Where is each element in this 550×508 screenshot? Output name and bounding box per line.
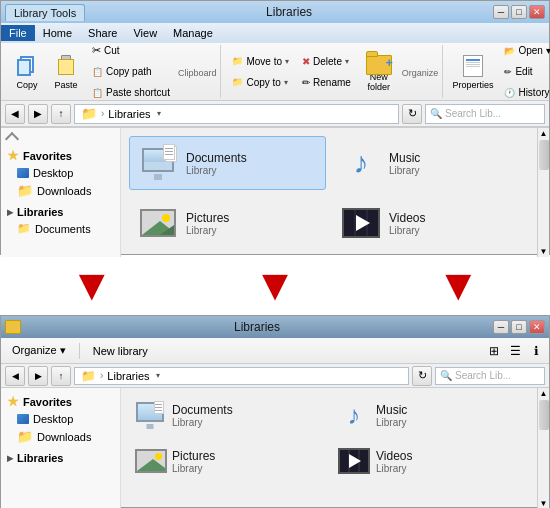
history-icon: 🕐: [504, 88, 515, 98]
rename-icon: ✏: [302, 77, 310, 88]
forward-button[interactable]: ▶: [28, 104, 48, 124]
bottom-scroll-down-button[interactable]: ▼: [538, 498, 549, 508]
search-box[interactable]: 🔍 Search Lib...: [425, 104, 545, 124]
favorites-header[interactable]: ★ Favorites: [1, 146, 120, 165]
rename-button[interactable]: ✏ Rename: [297, 72, 356, 92]
organize-label: Organize: [402, 68, 439, 78]
music-type: Library: [389, 165, 420, 176]
bottom-title-bar: Libraries ─ □ ✕: [1, 316, 549, 338]
library-item-music[interactable]: ♪ Music Library: [332, 136, 529, 190]
bottom-scrollbar[interactable]: ▲ ▼: [537, 388, 549, 508]
paste-icon: [54, 54, 78, 78]
paste-button[interactable]: Paste: [48, 48, 84, 96]
bottom-music-name: Music: [376, 403, 407, 417]
cut-button[interactable]: ✂ Cut: [87, 41, 175, 61]
documents-name: Documents: [186, 151, 247, 165]
bottom-close-button[interactable]: ✕: [529, 320, 545, 334]
videos-icon: [341, 203, 381, 243]
bottom-library-documents[interactable]: Documents Library: [127, 394, 327, 436]
copy-path-button[interactable]: 📋 Copy path: [87, 62, 175, 82]
show-preview-button[interactable]: ℹ: [527, 342, 545, 360]
scroll-up-button[interactable]: ▲: [538, 128, 549, 139]
menu-file[interactable]: File: [1, 25, 35, 41]
copy-to-button[interactable]: 📁 Copy to ▾: [227, 72, 294, 92]
sidebar-item-downloads[interactable]: 📁 Downloads: [1, 181, 120, 200]
properties-button[interactable]: Properties: [449, 48, 496, 96]
bottom-star-icon: ★: [7, 394, 19, 409]
paste-shortcut-icon: 📋: [92, 88, 103, 98]
bottom-organize-button[interactable]: Organize ▾: [5, 341, 73, 360]
bottom-sidebar-item-desktop[interactable]: Desktop: [1, 411, 120, 427]
menu-view[interactable]: View: [125, 25, 165, 41]
scroll-down-button[interactable]: ▼: [538, 246, 549, 257]
bottom-library-pictures[interactable]: Pictures Library: [127, 440, 327, 482]
menu-share[interactable]: Share: [80, 25, 125, 41]
libraries-header[interactable]: ▶ Libraries: [1, 204, 120, 220]
bottom-downloads-icon: 📁: [17, 429, 33, 444]
bottom-up-button[interactable]: ↑: [51, 366, 71, 386]
bottom-libraries-header[interactable]: ▶ Libraries: [1, 450, 120, 466]
bottom-library-videos[interactable]: Videos Library: [331, 440, 531, 482]
view-details-button[interactable]: ☰: [506, 342, 524, 360]
bottom-maximize-button[interactable]: □: [511, 320, 527, 334]
favorites-section: ★ Favorites Desktop 📁 Downloads: [1, 146, 120, 200]
change-view-button[interactable]: ⊞: [485, 342, 503, 360]
bottom-sidebar-item-downloads[interactable]: 📁 Downloads: [1, 427, 120, 446]
library-item-pictures[interactable]: Pictures Library: [129, 196, 326, 250]
scrollbar[interactable]: ▲ ▼: [537, 128, 549, 257]
menu-manage[interactable]: Manage: [165, 25, 221, 41]
address-path[interactable]: 📁 › Libraries ▾: [74, 104, 399, 124]
arrow-right: ▼: [437, 263, 481, 307]
refresh-button[interactable]: ↻: [402, 104, 422, 124]
music-icon: ♪: [341, 143, 381, 183]
bottom-documents-text: Documents Library: [172, 403, 233, 428]
new-folder-button[interactable]: + New folder: [359, 48, 399, 96]
bottom-minimize-button[interactable]: ─: [493, 320, 509, 334]
bottom-scroll-up-button[interactable]: ▲: [538, 388, 549, 399]
history-button[interactable]: 🕐 History: [499, 83, 550, 103]
bottom-refresh-button[interactable]: ↻: [412, 366, 432, 386]
open-button[interactable]: 📂 Open ▾: [499, 41, 550, 61]
documents-sidebar-label: Documents: [35, 223, 91, 235]
sidebar-item-documents[interactable]: 📁 Documents: [1, 220, 120, 237]
title-buttons: ─ □ ✕: [493, 5, 545, 19]
bottom-title-left: [5, 320, 21, 334]
delete-button[interactable]: ✖ Delete ▾: [297, 51, 356, 71]
bottom-library-music[interactable]: ♪ Music Library: [331, 394, 531, 436]
bottom-forward-button[interactable]: ▶: [28, 366, 48, 386]
open-group: Properties 📂 Open ▾ ✏ Edit 🕐 History: [445, 45, 550, 98]
bottom-sidebar: ★ Favorites Desktop 📁 Downloads ▶ Librar…: [1, 388, 121, 508]
bottom-back-button[interactable]: ◀: [5, 366, 25, 386]
bottom-address-path[interactable]: 📁 › Libraries ▾: [74, 367, 409, 385]
library-item-videos[interactable]: Videos Library: [332, 196, 529, 250]
up-button[interactable]: ↑: [51, 104, 71, 124]
library-tools-tab[interactable]: Library Tools: [5, 4, 85, 21]
arrows-section: ▼ ▼ ▼: [0, 255, 550, 315]
paste-shortcut-button[interactable]: 📋 Paste shortcut: [87, 83, 175, 103]
bottom-music-icon: ♪: [338, 399, 370, 431]
sidebar-item-desktop[interactable]: Desktop: [1, 165, 120, 181]
sidebar: ★ Favorites Desktop 📁 Downloads ▶ Librar…: [1, 128, 121, 257]
pictures-icon: [138, 203, 178, 243]
scroll-thumb[interactable]: [539, 140, 549, 170]
library-item-documents[interactable]: Documents Library: [129, 136, 326, 190]
minimize-button[interactable]: ─: [493, 5, 509, 19]
bottom-scroll-thumb[interactable]: [539, 400, 549, 430]
bottom-new-library-button[interactable]: New library: [86, 342, 155, 360]
edit-button[interactable]: ✏ Edit: [499, 62, 550, 82]
title-bar-left: Library Tools: [5, 4, 85, 21]
scissors-icon: ✂: [92, 44, 101, 57]
move-to-button[interactable]: 📁 Move to ▾: [227, 51, 294, 71]
bottom-favorites-header[interactable]: ★ Favorites: [1, 392, 120, 411]
menu-bar: File Home Share View Manage: [1, 23, 549, 43]
paste-label: Paste: [54, 80, 77, 90]
close-button[interactable]: ✕: [529, 5, 545, 19]
back-button[interactable]: ◀: [5, 104, 25, 124]
copy-button[interactable]: Copy: [9, 48, 45, 96]
bottom-favorites-section: ★ Favorites Desktop 📁 Downloads: [1, 392, 120, 446]
bottom-libraries-label: Libraries: [17, 452, 63, 464]
maximize-button[interactable]: □: [511, 5, 527, 19]
bottom-search-box[interactable]: 🔍 Search Lib...: [435, 367, 545, 385]
videos-text: Videos Library: [389, 211, 425, 236]
menu-home[interactable]: Home: [35, 25, 80, 41]
